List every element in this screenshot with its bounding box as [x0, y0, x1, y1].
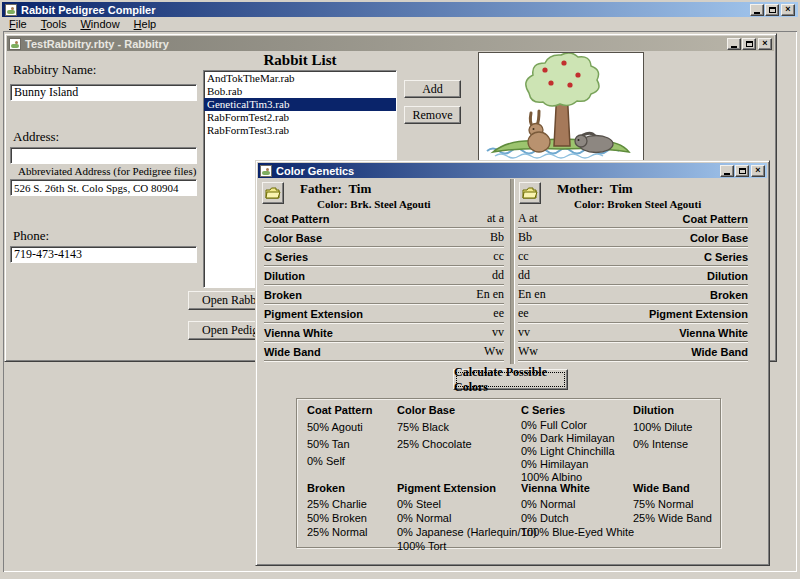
- phone-label: Phone:: [13, 228, 49, 244]
- results-panel: Coat Pattern 50% Agouti 50% Tan 0% Self …: [296, 398, 721, 548]
- gene-row: C Seriescc: [264, 248, 504, 266]
- rabbitry-titlebar[interactable]: TestRabbitry.rbty - Rabbitry ×: [7, 36, 774, 51]
- calculate-possible-colors-button[interactable]: Calculate Possible Colors: [453, 369, 568, 390]
- menu-bar: File Tools Window Help: [2, 17, 798, 31]
- menu-item-file[interactable]: File: [2, 18, 34, 30]
- add-button[interactable]: Add: [404, 80, 461, 98]
- menu-item-window[interactable]: Window: [73, 18, 126, 30]
- mother-color-value: Broken Steel Agouti: [607, 198, 701, 210]
- result-group-header: Wide Band: [633, 482, 719, 495]
- color-genetics-title: Color Genetics: [276, 165, 720, 177]
- mother-name: Tim: [610, 181, 633, 196]
- gene-row: vvVienna White: [518, 324, 748, 342]
- gene-row: Wide BandWw: [264, 343, 504, 361]
- list-item[interactable]: RabFormTest3.rab: [204, 124, 396, 137]
- list-item[interactable]: Bob.rab: [204, 85, 396, 98]
- gene-row: BrokenEn en: [264, 286, 504, 304]
- rabbit-illustration: [478, 52, 644, 162]
- rabbitry-window-title: TestRabbitry.rbty - Rabbitry: [25, 38, 727, 50]
- menu-item-tools[interactable]: Tools: [34, 18, 74, 30]
- main-titlebar: Rabbit Pedigree Compiler ×: [2, 2, 798, 17]
- abbrev-address-input[interactable]: [10, 179, 197, 196]
- folder-open-icon: [265, 187, 281, 200]
- gene-row: Vienna Whitevv: [264, 324, 504, 342]
- close-icon[interactable]: ×: [781, 4, 795, 16]
- gene-row: WwWide Band: [518, 343, 748, 361]
- list-item-selected[interactable]: GeneticalTim3.rab: [204, 98, 396, 111]
- list-item[interactable]: RabFormTest2.rab: [204, 111, 396, 124]
- gene-row: ddDilution: [518, 267, 748, 285]
- result-group-header: Color Base: [397, 404, 519, 417]
- result-group-header: Dilution: [633, 404, 719, 417]
- results-column: C Series 0% Full Color 0% Dark Himilayan…: [521, 404, 631, 539]
- open-father-file-button[interactable]: [262, 182, 284, 204]
- father-color-value: Brk. Steel Agouti: [350, 198, 430, 210]
- document-icon: [9, 38, 21, 50]
- list-item[interactable]: AndTokTheMar.rab: [204, 72, 396, 85]
- address-label: Address:: [13, 129, 59, 145]
- father-color-label: Color:: [317, 198, 348, 210]
- open-mother-file-button[interactable]: [519, 182, 541, 204]
- maximize-icon[interactable]: [765, 4, 779, 16]
- father-header: Father: Tim Color: Brk. Steel Agouti: [300, 181, 431, 210]
- gene-row: Dilutiondd: [264, 267, 504, 285]
- abbrev-address-label: Abbreviated Address (for Pedigree files): [18, 165, 196, 177]
- parent-divider: [510, 179, 515, 364]
- close-icon[interactable]: ×: [751, 165, 765, 177]
- results-column: Coat Pattern 50% Agouti 50% Tan 0% Self …: [307, 404, 397, 539]
- close-icon[interactable]: ×: [758, 38, 772, 50]
- rabbitry-name-input[interactable]: [10, 84, 197, 101]
- rabbit-list-title: Rabbit List: [203, 52, 397, 69]
- result-group-header: Coat Pattern: [307, 404, 397, 417]
- minimize-icon[interactable]: [720, 165, 734, 177]
- phone-input[interactable]: [10, 246, 197, 263]
- gene-row: A atCoat Pattern: [518, 210, 748, 228]
- result-group-header: Vienna White: [521, 482, 631, 495]
- mother-role-label: Mother:: [557, 181, 603, 196]
- gene-row: BbColor Base: [518, 229, 748, 247]
- address-input[interactable]: [10, 147, 197, 164]
- result-group-header: C Series: [521, 404, 631, 417]
- maximize-icon[interactable]: [742, 38, 756, 50]
- gene-row: Pigment Extensionee: [264, 305, 504, 323]
- father-name: Tim: [348, 181, 371, 196]
- mother-color-label: Color:: [574, 198, 605, 210]
- gene-row: Color BaseBb: [264, 229, 504, 247]
- maximize-icon[interactable]: [735, 165, 749, 177]
- folder-open-icon: [522, 187, 538, 200]
- results-column: Dilution 100% Dilute 0% Intense Wide Ban…: [633, 404, 719, 525]
- app-icon: [5, 4, 17, 16]
- father-gene-table: Coat Patternat a Color BaseBb C Seriescc…: [264, 210, 504, 362]
- gene-row: ccC Series: [518, 248, 748, 266]
- mother-gene-table: A atCoat Pattern BbColor Base ccC Series…: [518, 210, 748, 362]
- minimize-icon[interactable]: [750, 4, 764, 16]
- mother-header: Mother: Tim Color: Broken Steel Agouti: [557, 181, 701, 210]
- gene-row: En enBroken: [518, 286, 748, 304]
- gene-row: Coat Patternat a: [264, 210, 504, 228]
- gene-row: eePigment Extension: [518, 305, 748, 323]
- menu-item-help[interactable]: Help: [127, 18, 164, 30]
- remove-button[interactable]: Remove: [404, 106, 461, 124]
- main-window-title: Rabbit Pedigree Compiler: [21, 4, 750, 16]
- color-genetics-titlebar[interactable]: Color Genetics ×: [258, 163, 767, 178]
- rabbitry-name-label: Rabbitry Name:: [13, 62, 96, 78]
- result-group-header: Broken: [307, 482, 397, 495]
- result-group-header: Pigment Extension: [397, 482, 519, 495]
- results-column: Color Base 75% Black 25% Chocolate Pigme…: [397, 404, 519, 553]
- minimize-icon[interactable]: [727, 38, 741, 50]
- father-role-label: Father:: [300, 181, 342, 196]
- dialog-icon: [260, 165, 272, 177]
